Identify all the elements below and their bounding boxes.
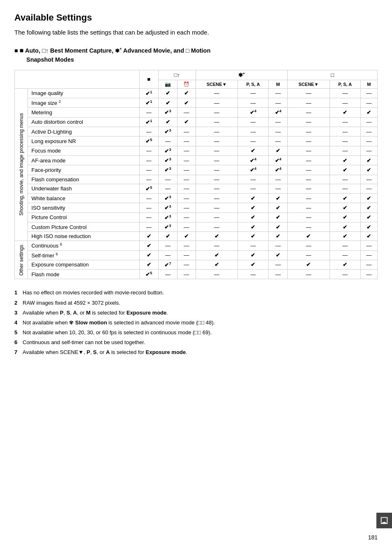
table-cell: ✔ [139, 260, 158, 269]
table-cell: ✔ [196, 232, 238, 241]
col-sub-scene2: SCENE▼ [288, 80, 330, 88]
table-cell: — [288, 98, 330, 107]
table-cell: — [238, 127, 268, 136]
table-cell: — [360, 260, 377, 269]
table-cell: — [178, 250, 196, 260]
table-cell: — [238, 88, 268, 98]
table-cell: — [158, 184, 177, 193]
row-setting-name: Focus mode [28, 146, 139, 155]
col-group-motion: □ [288, 70, 378, 80]
table-cell: — [238, 184, 268, 193]
table-cell: — [288, 222, 330, 231]
table-cell: — [330, 250, 360, 260]
section-title: ■ ■ Auto, □↑ Best Moment Capture, ✾+ Adv… [14, 46, 378, 65]
table-cell: — [269, 260, 288, 269]
row-setting-name: Custom Picture Control [28, 222, 139, 231]
footnote-text: Has no effect on movies recorded with mo… [23, 288, 164, 297]
table-cell: — [288, 193, 330, 203]
table-cell: ✔4 [269, 108, 288, 117]
table-cell: — [360, 98, 377, 107]
table-cell: — [178, 155, 196, 165]
table-cell: ✔ [178, 88, 196, 98]
table-cell: — [178, 222, 196, 231]
table-cell: ✔3 [158, 193, 177, 203]
table-cell: — [196, 155, 238, 165]
table-cell: ✔ [360, 203, 377, 213]
table-cell: — [288, 175, 330, 184]
table-cell: — [196, 175, 238, 184]
table-cell: — [360, 88, 377, 98]
table-cell: — [139, 193, 158, 203]
table-cell: — [238, 270, 268, 279]
row-setting-name: Face-priority [28, 165, 139, 175]
table-cell: — [360, 250, 377, 260]
table-cell: — [139, 155, 158, 165]
table-cell: ✔ [360, 155, 377, 165]
table-cell: ✔ [330, 155, 360, 165]
table-cell: — [139, 146, 158, 155]
table-cell: ✔ [238, 222, 268, 231]
table-cell: ✔ [360, 165, 377, 175]
table-cell: — [196, 117, 238, 127]
table-cell: — [178, 203, 196, 213]
table-cell: — [178, 137, 196, 146]
table-cell: — [269, 137, 288, 146]
table-cell: — [158, 241, 177, 250]
table-cell: — [288, 184, 330, 193]
table-cell: — [139, 108, 158, 117]
table-cell: — [330, 127, 360, 136]
table-cell: ✔4 [269, 155, 288, 165]
table-cell: ✔3 [158, 146, 177, 155]
table-cell: — [360, 137, 377, 146]
table-cell: ✔ [158, 88, 177, 98]
table-cell: — [178, 260, 196, 269]
table-cell: ✔3 [158, 155, 177, 165]
table-cell: — [139, 222, 158, 231]
table-cell: — [238, 241, 268, 250]
table-cell: — [196, 127, 238, 136]
table-cell: — [360, 146, 377, 155]
table-cell: ✔ [139, 232, 158, 241]
row-setting-name: Flash compensation [28, 175, 139, 184]
table-cell: ✔ [139, 241, 158, 250]
table-cell: ✔ [269, 222, 288, 231]
table-cell: — [158, 175, 177, 184]
table-cell: ✔ [269, 146, 288, 155]
table-cell: ✔ [178, 232, 196, 241]
table-cell: — [178, 108, 196, 117]
table-cell: ✔ [360, 222, 377, 231]
row-setting-name: Image quality [28, 88, 139, 98]
table-cell: — [178, 146, 196, 155]
table-cell: — [139, 165, 158, 175]
table-cell: ✔ [139, 250, 158, 260]
table-cell: — [196, 241, 238, 250]
table-cell: — [288, 270, 330, 279]
footnote-number: 6 [14, 338, 20, 347]
table-cell: ✔ [330, 260, 360, 269]
table-cell: ✔ [360, 213, 377, 222]
table-cell: ✔4 [238, 155, 268, 165]
table-cell: ✔ [269, 213, 288, 222]
table-cell: ✔3 [158, 165, 177, 175]
footnotes: 1Has no effect on movies recorded with m… [14, 288, 378, 357]
table-cell: — [178, 175, 196, 184]
table-cell: — [196, 193, 238, 203]
row-setting-name: Underwater flash [28, 184, 139, 193]
table-cell: ✔1 [139, 88, 158, 98]
table-cell: — [288, 165, 330, 175]
row-setting-name: ISO sensitivity [28, 203, 139, 213]
table-cell: — [269, 88, 288, 98]
table-cell: ✔7 [158, 260, 177, 269]
table-cell: ✔3 [158, 108, 177, 117]
table-cell: — [139, 127, 158, 136]
table-cell: — [139, 175, 158, 184]
table-cell: — [288, 203, 330, 213]
table-cell: — [288, 155, 330, 165]
table-cell: — [269, 175, 288, 184]
table-cell: — [330, 98, 360, 107]
table-cell: ✔ [238, 250, 268, 260]
table-cell: — [238, 117, 268, 127]
footnote-number: 3 [14, 308, 20, 317]
table-cell: — [288, 250, 330, 260]
table-cell: — [196, 203, 238, 213]
